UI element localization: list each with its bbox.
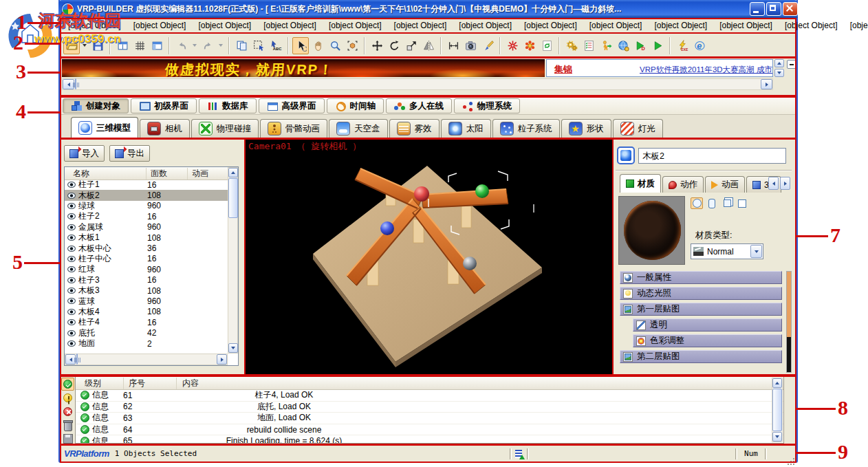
secondary-tab[interactable]: 物理碰撞 <box>191 119 259 138</box>
menu-item[interactable]: [object Object] <box>844 19 868 32</box>
move-button[interactable] <box>369 37 385 54</box>
visibility-eye-icon[interactable] <box>67 182 76 188</box>
material-section-bar[interactable]: 第二层贴图 <box>620 350 782 363</box>
tab-scroll-left-button[interactable] <box>768 177 779 190</box>
visibility-eye-icon[interactable] <box>67 287 76 294</box>
primary-tab[interactable]: 物理系统 <box>454 98 520 113</box>
visibility-eye-icon[interactable] <box>67 203 76 209</box>
hscroll-left-button[interactable] <box>65 354 76 365</box>
title-bar[interactable]: VRP-BUILDER 虚拟现实编辑器11.1028F(正式版) - [ E:\… <box>58 0 798 18</box>
object-row[interactable]: 绿球 960 <box>65 201 228 211</box>
filter-info-button[interactable] <box>61 378 74 391</box>
material-section-bar[interactable]: 动态光照 <box>620 287 782 300</box>
snap-button[interactable] <box>504 37 521 54</box>
primary-tab[interactable]: 初级界面 <box>131 98 197 113</box>
column-seq[interactable]: 序号 <box>123 378 176 389</box>
material-type-dropdown[interactable]: Normal <box>691 243 763 259</box>
primary-tab[interactable]: 数据库 <box>199 98 257 113</box>
menu-item[interactable]: [object Object] <box>648 19 713 32</box>
column-name[interactable]: 名称 <box>65 168 146 180</box>
make-exe-button[interactable]: EXE <box>674 37 691 54</box>
redo-button[interactable] <box>199 37 216 54</box>
material-section-bar[interactable]: 第一层贴图 <box>620 303 782 316</box>
object-row[interactable]: 木板中心 36 <box>65 243 228 253</box>
menu-item[interactable]: [object Object] <box>583 19 649 32</box>
effects-button[interactable] <box>521 37 538 54</box>
log-row[interactable]: 信息 64 rebuild collide scene <box>76 424 783 436</box>
menu-item[interactable]: [object Object] <box>323 19 388 32</box>
pan-button[interactable] <box>310 37 326 54</box>
log-row[interactable]: 信息 61 柱子4, Load OK <box>76 390 783 402</box>
measure-button[interactable] <box>445 37 462 54</box>
material-tab[interactable]: 动作 <box>662 176 704 193</box>
render-stats-icon[interactable] <box>514 449 524 459</box>
visibility-eye-icon[interactable] <box>67 224 76 230</box>
secondary-tab[interactable]: 太阳 <box>441 119 491 138</box>
hscroll-right-button[interactable] <box>217 354 227 365</box>
secondary-tab[interactable]: 骨骼动画 <box>260 119 327 138</box>
news-scroll-up-button[interactable] <box>774 59 784 67</box>
object-list-vscrollbar[interactable] <box>228 167 238 354</box>
visibility-eye-icon[interactable] <box>67 330 76 336</box>
visibility-eye-icon[interactable] <box>67 213 76 219</box>
menu-item[interactable]: [object Object] <box>453 19 518 32</box>
minimize-button[interactable] <box>750 2 765 16</box>
zoom-button[interactable] <box>327 37 343 54</box>
menu-item[interactable]: [object Object] <box>713 19 779 32</box>
resize-grip[interactable] <box>787 452 795 460</box>
banner-collapse-button[interactable] <box>787 60 796 69</box>
zoom-object-button[interactable] <box>344 37 360 54</box>
column-anim[interactable]: 动画 <box>187 168 222 180</box>
primary-tab[interactable]: 高级界面 <box>259 98 325 113</box>
material-tab[interactable]: 材质 <box>620 174 661 193</box>
object-row[interactable]: 柱子3 16 <box>65 275 228 285</box>
viewport-3d[interactable]: Camera01 （ 旋转相机 ） <box>245 138 613 376</box>
log-row[interactable]: 信息 65 Finish Loading, time = 8.624 (s) <box>76 435 783 444</box>
banner-hscrollbar[interactable] <box>62 78 773 90</box>
object-row[interactable]: 柱子2 16 <box>65 211 228 221</box>
redo-dropdown-caret[interactable] <box>219 44 223 47</box>
save-log-button[interactable] <box>61 432 74 445</box>
log-table-header[interactable]: 级别 序号 内容 <box>76 377 783 390</box>
object-row[interactable]: 木板2 108 <box>65 190 228 200</box>
menu-item[interactable]: [object Object] <box>779 19 844 32</box>
visibility-eye-icon[interactable] <box>67 340 76 347</box>
export-button[interactable]: 导出 <box>109 145 150 162</box>
object-name-field[interactable]: 木板2 <box>638 148 786 164</box>
refresh-button[interactable] <box>539 37 555 54</box>
material-section-bar[interactable]: 色彩调整 <box>633 334 782 347</box>
secondary-tab[interactable]: 粒子系统 <box>492 119 560 138</box>
import-button[interactable]: 导入 <box>64 145 105 162</box>
sections-scrollbar[interactable] <box>786 271 792 373</box>
vscroll-thumb[interactable] <box>228 178 238 218</box>
vscroll-down-button[interactable] <box>772 432 782 442</box>
object-row[interactable]: 蓝球 960 <box>65 296 228 306</box>
object-row[interactable]: 木板4 108 <box>65 307 228 317</box>
scale-button[interactable] <box>403 37 420 54</box>
log-row[interactable]: 信息 62 底托, Load OK <box>76 402 783 413</box>
open-dropdown-caret[interactable] <box>83 44 87 47</box>
select-marquee-button[interactable] <box>250 37 267 54</box>
settings-button[interactable] <box>563 37 580 54</box>
vscroll-thumb[interactable] <box>772 389 782 431</box>
visibility-eye-icon[interactable] <box>67 266 76 272</box>
vscroll-up-button[interactable] <box>228 168 238 177</box>
secondary-tab[interactable]: 相机 <box>140 119 190 138</box>
web-publish-button[interactable] <box>615 37 631 54</box>
visibility-eye-icon[interactable] <box>67 309 76 315</box>
menu-item[interactable]: [object Object] <box>62 19 127 32</box>
grid-button[interactable] <box>131 37 148 54</box>
undo-button[interactable] <box>173 37 190 54</box>
vscroll-down-button[interactable] <box>228 343 238 353</box>
new-window-button[interactable] <box>114 37 131 54</box>
object-row[interactable]: 柱子4 16 <box>65 317 228 327</box>
tab-scroll-right-button[interactable] <box>780 177 790 190</box>
material-section-bar[interactable]: 透明 <box>633 318 782 332</box>
scroll-thumb-dark[interactable] <box>787 337 791 372</box>
object-row[interactable]: 柱子中心 16 <box>65 254 228 264</box>
filter-error-button[interactable] <box>61 405 74 418</box>
object-row[interactable]: 底托 42 <box>65 327 228 338</box>
scroll-thumb-orange[interactable] <box>787 272 791 337</box>
visibility-eye-icon[interactable] <box>67 319 76 325</box>
preview-cube-button[interactable] <box>721 197 733 209</box>
